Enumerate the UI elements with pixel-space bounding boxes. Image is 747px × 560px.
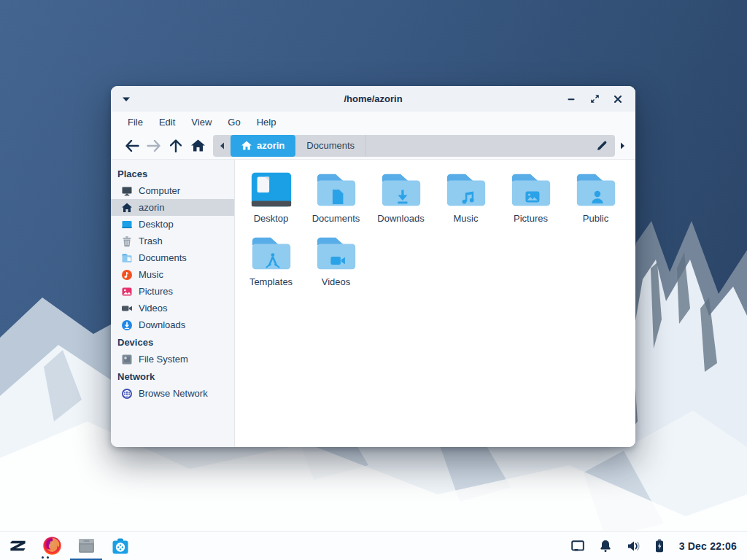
toolbar: azorin Documents — [111, 132, 635, 160]
file-manager-window: /home/azorin File Edit View Go Help — [111, 86, 635, 447]
pencil-icon — [596, 140, 608, 152]
file-item-videos[interactable]: Videos — [303, 233, 368, 287]
home-button[interactable] — [187, 136, 209, 156]
menu-view[interactable]: View — [183, 114, 220, 131]
chevron-left-icon — [220, 142, 225, 149]
sidebar-item-label: Pictures — [139, 286, 173, 297]
battery-button[interactable] — [655, 539, 664, 553]
zorin-menu-button[interactable] — [7, 536, 28, 556]
sidebar-item-browse-network[interactable]: Browse Network — [111, 385, 234, 402]
document-emblem-icon — [328, 188, 346, 206]
sidebar-section-devices: Devices — [111, 333, 234, 351]
sidebar-item-label: Browse Network — [139, 388, 208, 399]
volume-button[interactable] — [627, 540, 640, 552]
home-icon — [191, 139, 205, 152]
sidebar-item-label: Documents — [139, 252, 187, 263]
close-icon — [614, 95, 622, 104]
home-icon — [121, 202, 133, 214]
sidebar-item-desktop[interactable]: Desktop — [111, 216, 234, 233]
file-grid[interactable]: Desktop Documents Download — [235, 160, 635, 447]
file-manager-launcher[interactable] — [76, 536, 96, 556]
breadcrumb-label: Documents — [306, 140, 355, 151]
sidebar-item-label: Trash — [139, 236, 163, 246]
download-circle-icon — [121, 319, 133, 331]
sidebar-item-downloads[interactable]: Downloads — [111, 316, 234, 333]
sidebar-item-pictures[interactable]: Pictures — [111, 283, 234, 300]
window-outline-icon — [571, 540, 584, 551]
arrow-left-icon — [125, 140, 139, 152]
up-button[interactable] — [165, 136, 187, 156]
video-camera-icon — [121, 303, 133, 314]
path-bar: azorin Documents — [213, 135, 615, 157]
restore-icon — [590, 94, 600, 104]
minimize-icon — [567, 95, 576, 104]
firefox-running-indicator — [42, 556, 49, 559]
file-item-pictures[interactable]: Pictures — [498, 170, 563, 224]
notifications-button[interactable] — [600, 540, 611, 552]
bell-icon — [600, 540, 611, 552]
software-store-icon — [111, 537, 130, 556]
file-item-music[interactable]: Music — [433, 170, 498, 224]
menu-help[interactable]: Help — [249, 114, 285, 131]
firefox-icon — [42, 536, 62, 556]
file-manager-icon — [77, 536, 96, 556]
file-item-documents[interactable]: Documents — [303, 170, 368, 224]
sidebar-item-file-system[interactable]: File System — [111, 351, 234, 368]
file-label: Desktop — [254, 213, 289, 224]
taskbar-clock[interactable]: 3 Dec 22:06 — [679, 540, 737, 552]
battery-charging-icon — [655, 539, 664, 553]
pictures-icon — [121, 286, 133, 298]
menu-go[interactable]: Go — [220, 114, 248, 131]
sidebar-item-label: Videos — [139, 303, 168, 314]
menu-edit[interactable]: Edit — [151, 114, 183, 131]
sidebar: Places Computer azorin Desktop Trash Doc… — [111, 160, 235, 447]
picture-emblem-icon — [523, 188, 541, 206]
taskbar: 3 Dec 22:06 — [0, 531, 747, 560]
restore-button[interactable] — [586, 90, 603, 108]
sidebar-item-documents[interactable]: Documents — [111, 249, 234, 266]
person-emblem-icon — [588, 188, 605, 206]
sidebar-item-music[interactable]: Music — [111, 266, 234, 283]
file-item-templates[interactable]: Templates — [239, 233, 303, 287]
file-item-desktop[interactable]: Desktop — [239, 170, 303, 224]
drive-icon — [121, 354, 133, 365]
speaker-icon — [627, 540, 640, 552]
breadcrumb-scroll-right-button[interactable] — [615, 142, 630, 149]
software-store-launcher[interactable] — [110, 536, 131, 556]
desktop-indicator-button[interactable] — [571, 540, 584, 551]
forward-button[interactable] — [143, 136, 165, 156]
file-label: Videos — [322, 276, 351, 287]
file-label: Pictures — [514, 213, 548, 224]
close-button[interactable] — [609, 90, 627, 108]
computer-icon — [121, 185, 133, 197]
file-item-downloads[interactable]: Downloads — [368, 170, 433, 224]
chevron-down-icon — [122, 96, 131, 102]
breadcrumb-documents[interactable]: Documents — [295, 135, 366, 157]
file-label: Downloads — [377, 213, 424, 224]
video-camera-emblem-icon — [328, 252, 346, 269]
breadcrumb-azorin[interactable]: azorin — [231, 135, 295, 157]
desktop-folder-icon — [249, 170, 294, 209]
sidebar-item-videos[interactable]: Videos — [111, 300, 234, 316]
folder-icon — [121, 252, 133, 264]
file-item-public[interactable]: Public — [563, 170, 628, 224]
file-label: Templates — [249, 276, 293, 287]
sidebar-item-azorin[interactable]: azorin — [111, 199, 234, 216]
trash-icon — [121, 236, 133, 247]
download-emblem-icon — [393, 188, 411, 206]
sidebar-item-computer[interactable]: Computer — [111, 182, 234, 199]
globe-icon — [121, 388, 133, 400]
firefox-launcher[interactable] — [42, 536, 62, 556]
zorin-logo-icon — [8, 536, 28, 556]
window-menu-button[interactable] — [115, 86, 137, 112]
sidebar-section-places: Places — [111, 165, 234, 182]
desktop-icon — [121, 219, 133, 230]
menu-file[interactable]: File — [120, 114, 151, 131]
breadcrumb-scroll-left-button[interactable] — [213, 135, 231, 157]
minimize-button[interactable] — [562, 90, 580, 108]
sidebar-item-trash[interactable]: Trash — [111, 233, 234, 249]
back-button[interactable] — [121, 136, 143, 156]
window-title: /home/azorin — [111, 93, 635, 104]
edit-path-button[interactable] — [589, 135, 615, 157]
titlebar[interactable]: /home/azorin — [111, 86, 635, 112]
